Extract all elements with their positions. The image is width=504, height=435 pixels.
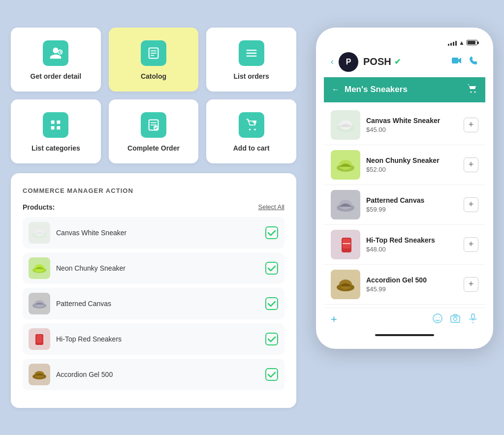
- products-label: Products:: [23, 203, 55, 211]
- products-header: Products: Select All: [23, 203, 284, 211]
- product-list-header: ← Men's Sneakers: [324, 77, 485, 102]
- phone-product-name-3: Patterned Canvas: [366, 196, 458, 204]
- add-to-cart-button-3[interactable]: +: [464, 197, 478, 212]
- check-doc-icon: [141, 112, 166, 138]
- catalog-icon: [141, 40, 166, 66]
- add-to-cart-button-4[interactable]: +: [464, 237, 478, 252]
- chat-action-icons: [432, 313, 478, 326]
- contact-name: POSH ✔: [363, 56, 447, 67]
- list-icon: [239, 40, 264, 66]
- product-thumbnail-3: [29, 293, 50, 314]
- phone-inner: ▲ ‹ P POSH ✔: [324, 35, 485, 341]
- phone-status-bar: ▲: [324, 35, 485, 48]
- avatar: P: [339, 52, 358, 72]
- action-card-get-order-detail[interactable]: Get order detail: [11, 28, 101, 92]
- phone-mockup: ▲ ‹ P POSH ✔: [316, 28, 493, 349]
- phone-product-img-4: [331, 230, 360, 259]
- add-to-cart-button-5[interactable]: +: [464, 277, 478, 292]
- svg-point-49: [433, 314, 442, 323]
- product-list-title: Men's Sneakers: [345, 85, 462, 94]
- phone-product-info-2: Neon Chunky Sneaker $52.00: [366, 156, 458, 173]
- cart-icon[interactable]: [467, 83, 477, 96]
- phone-product-name-1: Canvas White Sneaker: [366, 117, 458, 124]
- svg-point-17: [254, 129, 256, 131]
- svg-rect-9: [57, 121, 61, 124]
- svg-point-16: [249, 129, 251, 131]
- select-all-link[interactable]: Select All: [258, 203, 284, 211]
- action-card-complete-order[interactable]: Complete Order: [109, 99, 199, 163]
- action-card-add-to-cart[interactable]: Add to cart: [206, 99, 296, 163]
- chat-input-bar: +: [324, 308, 485, 331]
- action-label-list-categories: List categories: [32, 144, 80, 153]
- phone-call-icon[interactable]: [469, 56, 478, 68]
- phone-product-name-4: Hi-Top Red Sneakers: [366, 236, 458, 244]
- product-name-3: Patterned Canvas: [56, 300, 259, 308]
- phone-product-info-1: Canvas White Sneaker $45.00: [366, 117, 458, 133]
- phone-product-item-2: Neon Chunky Sneaker $52.00 +: [324, 145, 485, 185]
- svg-rect-22: [266, 227, 278, 239]
- video-call-icon[interactable]: [452, 57, 463, 67]
- header-actions: [452, 56, 478, 68]
- svg-rect-35: [452, 58, 458, 63]
- action-grid: Get order detail Catolog: [11, 28, 296, 163]
- camera-icon[interactable]: [450, 313, 461, 326]
- action-label-list-orders: List orders: [233, 72, 269, 81]
- phone-product-price-4: $48.00: [366, 246, 458, 253]
- product-name-5: Accordion Gel 500: [56, 371, 259, 378]
- product-name-2: Neon Chunky Sneaker: [56, 264, 259, 272]
- phone-product-info-5: Accordion Gel 500 $45.99: [366, 276, 458, 293]
- svg-rect-52: [472, 314, 474, 319]
- phone-home-bar: [324, 331, 485, 341]
- chat-header: ‹ P POSH ✔: [324, 48, 485, 77]
- svg-point-36: [471, 91, 472, 93]
- phone-product-info-4: Hi-Top Red Sneakers $48.00: [366, 236, 458, 253]
- product-thumbnail-1: [29, 222, 50, 244]
- svg-rect-11: [57, 126, 61, 130]
- product-thumbnail-5: [29, 364, 50, 385]
- phone-product-price-5: $45.99: [366, 285, 458, 293]
- action-card-catalog[interactable]: Catolog: [109, 28, 199, 92]
- action-card-list-categories[interactable]: List categories: [11, 99, 101, 163]
- cart-plus-icon: [239, 112, 264, 138]
- product-row[interactable]: Hi-Top Red Sneakers: [23, 323, 284, 355]
- phone-product-item-4: Hi-Top Red Sneakers $48.00 +: [324, 225, 485, 265]
- phone-product-price-3: $59.99: [366, 206, 458, 213]
- svg-rect-34: [266, 369, 278, 380]
- product-thumbnail-2: [29, 257, 50, 279]
- left-panel: Get order detail Catolog: [11, 28, 296, 408]
- check-icon-2: [265, 261, 279, 275]
- commerce-title: COMMERCE MANAGER ACTION: [23, 187, 284, 194]
- add-to-cart-button-2[interactable]: +: [464, 157, 478, 172]
- product-row[interactable]: Canvas White Sneaker: [23, 217, 284, 249]
- commerce-panel: COMMERCE MANAGER ACTION Products: Select…: [11, 173, 296, 408]
- sticker-icon[interactable]: [432, 313, 443, 326]
- phone-product-item-3: Patterned Canvas $59.99 +: [324, 185, 485, 225]
- check-icon-3: [265, 297, 279, 311]
- phone-product-info-3: Patterned Canvas $59.99: [366, 196, 458, 213]
- product-row[interactable]: Accordion Gel 500: [23, 359, 284, 390]
- phone-product-img-3: [331, 190, 360, 219]
- grid-icon: [43, 112, 68, 138]
- chat-plus-button[interactable]: +: [331, 313, 337, 326]
- svg-rect-25: [266, 262, 278, 274]
- phone-product-name-5: Accordion Gel 500: [366, 276, 458, 284]
- check-icon-5: [265, 368, 279, 381]
- signal-bars-icon: [448, 40, 457, 46]
- check-icon-4: [265, 332, 279, 346]
- add-to-cart-button-1[interactable]: +: [464, 118, 478, 132]
- microphone-icon[interactable]: [468, 313, 478, 326]
- wifi-icon: ▲: [459, 39, 465, 46]
- product-row[interactable]: Neon Chunky Sneaker: [23, 252, 284, 284]
- product-list-back-button[interactable]: ←: [332, 85, 340, 94]
- action-label-get-order-detail: Get order detail: [31, 72, 81, 81]
- svg-rect-30: [36, 335, 42, 343]
- product-name-4: Hi-Top Red Sneakers: [56, 335, 259, 343]
- status-icons: ▲: [448, 39, 477, 46]
- action-card-list-orders[interactable]: List orders: [206, 28, 296, 92]
- svg-rect-31: [266, 333, 278, 345]
- product-row[interactable]: Patterned Canvas: [23, 288, 284, 319]
- svg-rect-10: [51, 126, 55, 130]
- chat-back-button[interactable]: ‹: [331, 57, 334, 67]
- phone-product-price-1: $45.00: [366, 126, 458, 133]
- svg-point-51: [454, 317, 457, 320]
